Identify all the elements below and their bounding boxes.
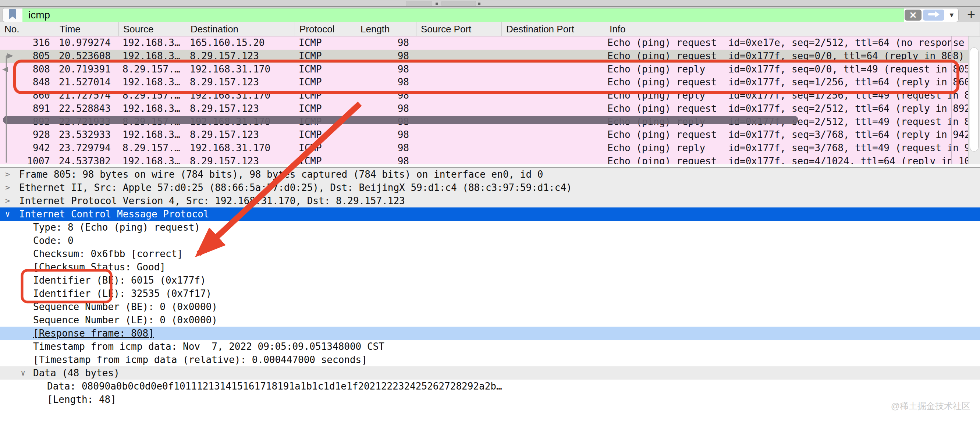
detail-row-text: Sequence Number (BE): 0 (0x0000): [33, 300, 217, 313]
cell-src_port: [417, 63, 502, 76]
detail-row-text: Code: 0: [33, 234, 73, 247]
packet-row[interactable]: 92823.532933192.168.3…8.29.157.123ICMP98…: [0, 128, 980, 142]
cell-length: 98: [356, 63, 417, 76]
detail-row-text: Data: 08090a0b0c0d0e0f101112131415161718…: [47, 380, 502, 393]
detail-row[interactable]: Identifier (LE): 32535 (0x7f17): [0, 287, 980, 300]
cell-time: 10.979274: [55, 37, 119, 50]
cell-no: 1007: [0, 155, 55, 164]
display-filter-input[interactable]: icmp: [22, 8, 904, 22]
display-filter-value: icmp: [28, 9, 50, 21]
display-filter-field[interactable]: icmp ✕ ▼: [2, 8, 959, 22]
cell-info: Echo (ping) reply id=0x177f, seq=3/768, …: [605, 142, 968, 155]
filter-dropdown-button[interactable]: ▼: [945, 8, 958, 22]
column-header-src_port[interactable]: Source Port: [417, 22, 502, 36]
chevron-right-icon[interactable]: >: [5, 168, 10, 181]
detail-row-text: Checksum: 0x6fbb [correct]: [33, 247, 183, 261]
packet-row[interactable]: 89122.528843192.168.3…8.29.157.123ICMP98…: [0, 102, 980, 116]
cell-no: 805: [0, 50, 55, 63]
detail-row[interactable]: Timestamp from icmp data: Nov 7, 2022 09…: [0, 340, 980, 353]
cell-dst_port: [502, 142, 605, 155]
chevron-right-icon[interactable]: >: [5, 181, 10, 194]
add-filter-button[interactable]: +: [963, 7, 979, 22]
detail-row[interactable]: Sequence Number (LE): 0 (0x0000): [0, 313, 980, 327]
detail-row[interactable]: [Response frame: 808]: [0, 327, 980, 340]
detail-row-text: [Length: 48]: [47, 393, 116, 406]
cell-destination: 8.29.157.123: [186, 102, 295, 116]
cell-destination: 192.168.31.170: [186, 63, 295, 76]
detail-row[interactable]: >Frame 805: 98 bytes on wire (784 bits),…: [0, 168, 980, 181]
cell-protocol: ICMP: [295, 63, 356, 76]
cell-time: 20.719391: [55, 63, 119, 76]
chevron-down-icon[interactable]: ∨: [21, 366, 25, 380]
cell-destination: 8.29.157.123: [186, 76, 295, 89]
vertical-scrollbar-thumb[interactable]: [970, 48, 978, 151]
column-header-dst_port[interactable]: Destination Port: [502, 22, 605, 36]
detail-row[interactable]: ∨Internet Control Message Protocol: [0, 207, 980, 221]
packet-row[interactable]: 31610.979274192.168.3…165.160.15.20ICMP9…: [0, 37, 980, 50]
cell-length: 98: [356, 37, 417, 50]
detail-row[interactable]: Sequence Number (BE): 0 (0x0000): [0, 300, 980, 313]
cell-src_port: [417, 37, 502, 50]
cell-source: 192.168.3…: [119, 37, 186, 50]
cell-time: 22.528843: [55, 102, 119, 116]
cell-dst_port: [502, 89, 605, 102]
toolbar-remnant-dot: [478, 3, 480, 5]
packet-row[interactable]: 100724.537302192.168.3…8.29.157.123ICMP9…: [0, 155, 980, 164]
detail-row-text: [Checksum Status: Good]: [33, 261, 165, 274]
chevron-down-icon[interactable]: ∨: [5, 207, 10, 221]
column-header-length[interactable]: Length: [356, 22, 417, 36]
detail-row[interactable]: Data: 08090a0b0c0d0e0f101112131415161718…: [0, 380, 980, 393]
cell-source: 192.168.3…: [119, 128, 186, 142]
cell-destination: 8.29.157.123: [186, 155, 295, 164]
bookmark-button[interactable]: [3, 8, 22, 22]
detail-row[interactable]: Identifier (BE): 6015 (0x177f): [0, 274, 980, 287]
column-header-destination[interactable]: Destination: [186, 22, 295, 36]
column-header-source[interactable]: Source: [119, 22, 186, 36]
cell-source: 8.29.157.…: [119, 89, 186, 102]
chevron-right-icon[interactable]: >: [5, 194, 10, 207]
cell-src_port: [417, 102, 502, 116]
cell-time: 23.729794: [55, 142, 119, 155]
detail-row[interactable]: >Ethernet II, Src: Apple_57:d0:25 (88:66…: [0, 181, 980, 194]
detail-row[interactable]: Checksum: 0x6fbb [correct]: [0, 247, 980, 261]
chevron-down-icon: ▼: [948, 11, 955, 19]
packet-row[interactable]: 80820.7193918.29.157.…192.168.31.170ICMP…: [0, 63, 980, 76]
cell-length: 98: [356, 102, 417, 116]
detail-row[interactable]: [Checksum Status: Good]: [0, 261, 980, 274]
detail-row-text: Identifier (LE): 32535 (0x7f17): [33, 287, 212, 300]
detail-row[interactable]: [Timestamp from icmp data (relative): 0.…: [0, 353, 980, 366]
clear-filter-button[interactable]: ✕: [905, 10, 921, 21]
packet-row[interactable]: 86021.7275748.29.157.…192.168.31.170ICMP…: [0, 89, 980, 102]
packet-row[interactable]: 84821.527014192.168.3…8.29.157.123ICMP98…: [0, 76, 980, 89]
apply-filter-button[interactable]: [923, 10, 944, 21]
detail-row[interactable]: >Internet Protocol Version 4, Src: 192.1…: [0, 194, 980, 207]
info-column-edge: [951, 37, 952, 164]
column-header-no[interactable]: No.: [0, 22, 55, 36]
detail-row-text: Sequence Number (LE): 0 (0x0000): [33, 313, 217, 327]
packet-row[interactable]: 94223.7297948.29.157.…192.168.31.170ICMP…: [0, 142, 980, 155]
cell-no: 848: [0, 76, 55, 89]
cell-info: Echo (ping) reply id=0x177f, seq=1/256, …: [605, 89, 968, 102]
detail-row[interactable]: Type: 8 (Echo (ping) request): [0, 221, 980, 234]
cell-info: Echo (ping) request id=0x177f, seq=0/0, …: [605, 50, 968, 63]
column-header-protocol[interactable]: Protocol: [295, 22, 356, 36]
detail-row-text: Data (48 bytes): [33, 366, 119, 380]
cell-source: 8.29.157.…: [119, 142, 186, 155]
cell-src_port: [417, 89, 502, 102]
column-header-time[interactable]: Time: [55, 22, 119, 36]
packet-row[interactable]: 80520.523608192.168.3…8.29.157.123ICMP98…: [0, 50, 980, 63]
detail-row[interactable]: Code: 0: [0, 234, 980, 247]
horizontal-scrollbar-thumb[interactable]: [3, 116, 798, 124]
detail-row[interactable]: ∨Data (48 bytes): [0, 366, 980, 380]
cell-source: 8.29.157.…: [119, 63, 186, 76]
cell-protocol: ICMP: [295, 142, 356, 155]
detail-row[interactable]: [Length: 48]: [0, 393, 980, 406]
column-header-info[interactable]: Info: [605, 22, 980, 36]
pane-splitter[interactable]: [0, 164, 980, 168]
vertical-scrollbar[interactable]: [968, 37, 980, 164]
cell-dst_port: [502, 102, 605, 116]
cell-time: 24.537302: [55, 155, 119, 164]
cell-src_port: [417, 128, 502, 142]
cell-protocol: ICMP: [295, 50, 356, 63]
cell-src_port: [417, 76, 502, 89]
